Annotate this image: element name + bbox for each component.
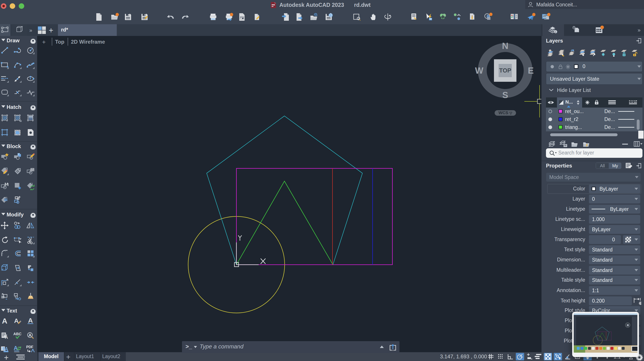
- svg-text:PDF: PDF: [26, 345, 33, 349]
- svg-text:A: A: [14, 317, 18, 324]
- svg-text:S: S: [502, 90, 508, 100]
- svg-text:i: i: [555, 31, 556, 33]
- svg-text:A: A: [28, 333, 32, 338]
- svg-text:A: A: [14, 345, 18, 351]
- svg-text:A: A: [5, 335, 8, 340]
- svg-text:E: E: [528, 66, 534, 75]
- svg-text:W: W: [475, 66, 484, 75]
- svg-text:ABC: ABC: [14, 332, 22, 336]
- svg-text:A: A: [2, 317, 8, 325]
- svg-text:A: A: [28, 317, 33, 324]
- svg-text:N: N: [502, 41, 508, 51]
- svg-text:TOP: TOP: [499, 67, 511, 74]
